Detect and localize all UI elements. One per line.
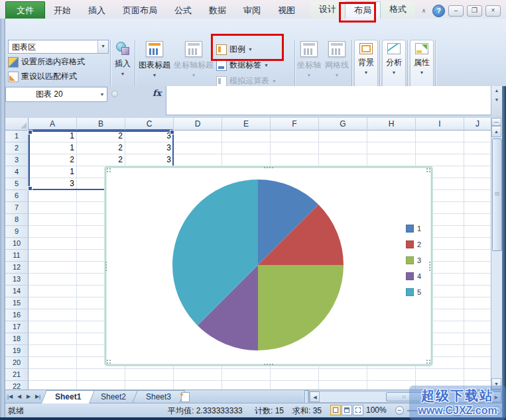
cell-F22[interactable] — [271, 381, 319, 390]
tab-home[interactable]: 开始 — [45, 3, 80, 19]
cell-A7[interactable] — [29, 202, 77, 214]
cell-J10[interactable] — [464, 238, 491, 250]
row-header-19[interactable]: 19 — [5, 345, 29, 357]
cell-B1[interactable]: 2 — [77, 131, 125, 142]
cell-A11[interactable] — [29, 250, 77, 262]
next-sheet-icon[interactable]: ▶ — [24, 390, 33, 403]
row-header-17[interactable]: 17 — [5, 321, 29, 333]
expand-formula-bar-icon[interactable]: ▼ — [491, 95, 502, 105]
zoom-out-icon[interactable]: − — [395, 406, 404, 415]
chevron-down-icon[interactable]: ▼ — [97, 92, 107, 97]
cell-F3[interactable] — [271, 154, 319, 166]
cell-A20[interactable] — [29, 357, 77, 369]
resize-handle-top-left[interactable] — [107, 168, 108, 170]
cell-J8[interactable] — [464, 214, 491, 226]
cell-C3[interactable]: 3 — [125, 154, 174, 166]
insert-button[interactable]: 插入 ▼ — [111, 40, 134, 89]
cell-J19[interactable] — [464, 345, 491, 357]
cell-J7[interactable] — [464, 202, 491, 214]
legend-item-1[interactable]: 1 — [406, 225, 421, 232]
help-icon[interactable]: ? — [432, 5, 445, 17]
cell-E3[interactable] — [222, 154, 271, 166]
legend-item-3[interactable]: 3 — [406, 256, 421, 264]
cell-I1[interactable] — [416, 131, 464, 142]
cell-J4[interactable] — [464, 166, 491, 178]
cell-C2[interactable]: 3 — [125, 142, 174, 154]
resize-handle-left[interactable] — [105, 262, 107, 263]
cell-H22[interactable] — [367, 381, 416, 390]
scrollbar-split-handle[interactable] — [491, 118, 501, 126]
row-header-14[interactable]: 14 — [5, 286, 29, 297]
first-sheet-icon[interactable]: |◀ — [5, 390, 15, 403]
row-header-12[interactable]: 12 — [5, 262, 29, 274]
cell-J16[interactable] — [464, 309, 491, 321]
legend-item-4[interactable]: 4 — [406, 272, 421, 280]
cell-I3[interactable] — [416, 154, 464, 166]
chart-legend[interactable]: 12345 — [406, 225, 421, 304]
cell-G1[interactable] — [319, 131, 367, 142]
cell-H3[interactable] — [367, 154, 416, 166]
cell-G21[interactable] — [319, 369, 367, 381]
cell-G2[interactable] — [319, 142, 367, 154]
cell-I21[interactable] — [416, 369, 464, 381]
format-selection-button[interactable]: 设置所选内容格式 — [8, 56, 85, 68]
cell-A6[interactable] — [29, 190, 77, 202]
row-header-4[interactable]: 4 — [5, 166, 29, 178]
pie-chart[interactable] — [106, 168, 431, 362]
scroll-up-icon[interactable]: ▲ — [491, 86, 502, 95]
cell-J13[interactable] — [464, 274, 491, 286]
cell-A1[interactable]: 1 — [29, 131, 77, 142]
cell-J11[interactable] — [464, 250, 491, 262]
collapse-ribbon-icon[interactable]: ∧ — [418, 7, 429, 15]
tab-data[interactable]: 数据 — [200, 3, 235, 19]
scroll-up-icon[interactable]: ▲ — [491, 126, 501, 137]
cell-A15[interactable] — [29, 297, 77, 309]
insert-worksheet-icon[interactable] — [178, 390, 193, 403]
cell-J9[interactable] — [464, 226, 491, 238]
tab-page-layout[interactable]: 页面布局 — [114, 3, 166, 19]
cell-J17[interactable] — [464, 321, 491, 333]
tab-review[interactable]: 审阅 — [235, 3, 269, 19]
select-all-corner[interactable] — [5, 118, 29, 131]
cell-J14[interactable] — [464, 286, 491, 297]
prev-sheet-icon[interactable]: ◀ — [15, 390, 24, 403]
row-header-5[interactable]: 5 — [5, 178, 29, 190]
cell-E1[interactable] — [222, 131, 271, 142]
cell-G3[interactable] — [319, 154, 367, 166]
resize-handle-right[interactable] — [429, 262, 430, 263]
cell-A22[interactable] — [29, 381, 77, 390]
vertical-scrollbar[interactable]: ▲ ▼ — [491, 118, 502, 390]
cell-D3[interactable] — [174, 154, 222, 166]
cell-C21[interactable] — [125, 369, 174, 381]
pie-slice-3[interactable] — [258, 265, 344, 350]
close-button[interactable]: × — [485, 5, 501, 17]
sheet-tab-sheet3[interactable]: Sheet3 — [132, 390, 185, 403]
resize-handle-bottom-right[interactable] — [426, 360, 428, 361]
chart-elements-combobox[interactable]: 图表区 ▼ — [8, 40, 109, 54]
cell-A17[interactable] — [29, 321, 77, 333]
resize-handle-top-right[interactable] — [426, 168, 428, 170]
tab-design[interactable]: 设计 — [310, 1, 345, 17]
cell-J1[interactable] — [464, 131, 491, 142]
row-header-22[interactable]: 22 — [5, 381, 29, 390]
cell-F2[interactable] — [271, 142, 319, 154]
cell-J6[interactable] — [464, 190, 491, 202]
row-header-1[interactable]: 1 — [5, 131, 29, 142]
cell-E21[interactable] — [222, 369, 271, 381]
reset-style-button[interactable]: 重设以匹配样式 — [8, 71, 77, 82]
cell-A12[interactable] — [29, 262, 77, 274]
fx-icon[interactable]: fx — [153, 88, 161, 98]
restore-button[interactable]: ❐ — [467, 5, 482, 17]
cell-F21[interactable] — [271, 369, 319, 381]
cell-J3[interactable] — [464, 154, 491, 166]
resize-handle-bottom-left[interactable] — [107, 360, 108, 361]
tab-layout[interactable]: 布局 — [345, 1, 381, 19]
cell-F1[interactable] — [271, 131, 319, 142]
cell-A10[interactable] — [29, 238, 77, 250]
cell-J20[interactable] — [464, 357, 491, 369]
cell-B22[interactable] — [77, 381, 125, 390]
row-header-10[interactable]: 10 — [5, 238, 29, 250]
column-header-F[interactable]: F — [271, 118, 319, 131]
cell-D2[interactable] — [174, 142, 222, 154]
tab-scroll-splitter[interactable] — [304, 390, 309, 403]
